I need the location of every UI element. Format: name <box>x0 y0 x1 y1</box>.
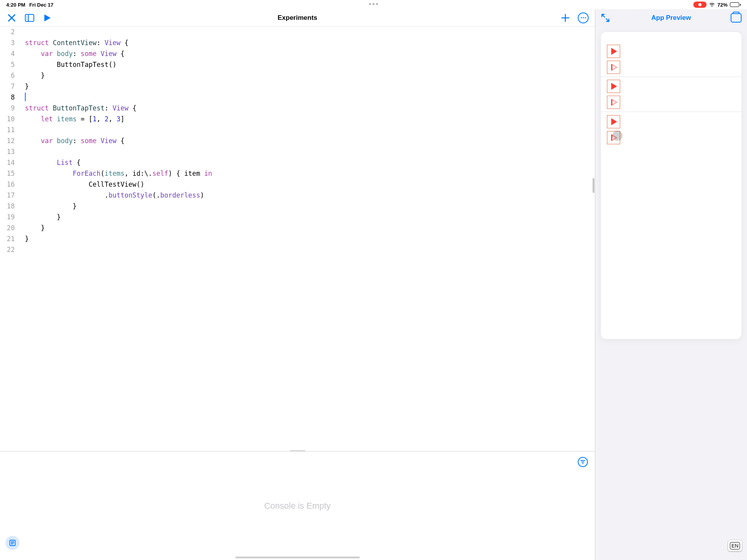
line-number: 15 <box>0 168 19 179</box>
preview-pane: App Preview EN <box>595 9 747 560</box>
code-line[interactable]: 15 ForEach(items, id:\.self) { item in <box>0 168 595 179</box>
code-line[interactable]: 9struct ButtonTapTest: View { <box>0 103 595 114</box>
code-line[interactable]: 6 } <box>0 70 595 81</box>
code-content[interactable]: } <box>19 81 29 92</box>
line-number: 20 <box>0 222 19 233</box>
svg-point-2 <box>26 16 27 17</box>
code-content[interactable]: var body: some View { <box>19 135 124 146</box>
code-content[interactable]: } <box>19 222 45 233</box>
line-number: 2 <box>0 26 19 37</box>
battery-icon <box>730 2 741 7</box>
play-outline-icon <box>611 64 617 71</box>
play-outline-button[interactable] <box>607 61 620 74</box>
play-outline-button[interactable] <box>607 96 620 109</box>
wifi-icon <box>709 2 715 7</box>
play-outline-icon <box>611 99 617 106</box>
line-number: 9 <box>0 103 19 114</box>
code-content[interactable]: .buttonStyle(.borderless) <box>19 190 204 201</box>
preview-title: App Preview <box>595 14 747 22</box>
documentation-button[interactable] <box>5 536 19 550</box>
code-line[interactable]: 21} <box>0 233 595 244</box>
code-content[interactable] <box>19 244 25 255</box>
code-line[interactable]: 14 List { <box>0 157 595 168</box>
multitask-handle-icon[interactable] <box>369 3 378 5</box>
line-number: 7 <box>0 81 19 92</box>
keyboard-language-label: EN <box>730 542 740 550</box>
code-line[interactable]: 3struct ContentView: View { <box>0 37 595 48</box>
code-content[interactable]: let items = [1, 2, 3] <box>19 114 124 124</box>
code-line[interactable]: 20 } <box>0 222 595 233</box>
status-time: 4:20 PM <box>6 2 25 8</box>
code-content[interactable]: struct ButtonTapTest: View { <box>19 103 137 114</box>
touch-indicator <box>612 131 622 141</box>
list-item[interactable] <box>601 77 742 112</box>
status-date: Fri Dec 17 <box>29 2 53 8</box>
list-item[interactable] <box>601 42 742 77</box>
add-button[interactable] <box>560 12 571 23</box>
svg-point-4 <box>26 19 27 20</box>
code-line[interactable]: 7} <box>0 81 595 92</box>
line-number: 22 <box>0 244 19 255</box>
code-content[interactable]: var body: some View { <box>19 48 124 59</box>
code-content[interactable] <box>19 124 25 135</box>
home-indicator[interactable] <box>235 556 360 558</box>
code-content[interactable]: List { <box>19 157 81 168</box>
code-content[interactable]: } <box>19 212 61 222</box>
run-button[interactable] <box>42 12 53 23</box>
play-filled-button[interactable] <box>607 115 620 128</box>
more-button[interactable] <box>578 12 589 23</box>
line-number: 8 <box>0 92 19 103</box>
svg-point-3 <box>26 18 27 18</box>
code-content[interactable]: } <box>19 233 29 244</box>
line-number: 10 <box>0 114 19 124</box>
code-line[interactable]: 11 <box>0 124 595 135</box>
list-item[interactable] <box>601 112 742 147</box>
code-line[interactable]: 18 } <box>0 201 595 212</box>
project-title: Experiments <box>0 14 595 22</box>
code-line[interactable]: 5 ButtonTapTest() <box>0 59 595 70</box>
line-number: 13 <box>0 146 19 157</box>
code-content[interactable]: } <box>19 70 45 81</box>
code-line[interactable]: 4 var body: some View { <box>0 48 595 59</box>
code-content[interactable]: ForEach(items, id:\.self) { item in <box>19 168 212 179</box>
code-line[interactable]: 2 <box>0 26 595 37</box>
code-line[interactable]: 19 } <box>0 212 595 222</box>
code-editor[interactable]: 23struct ContentView: View {4 var body: … <box>0 26 595 451</box>
screen-recording-indicator[interactable] <box>693 2 707 8</box>
code-line[interactable]: 10 let items = [1, 2, 3] <box>0 114 595 124</box>
scrollbar-thumb[interactable] <box>593 178 594 193</box>
editor-pane: Experiments 23struct ContentView: View {… <box>0 9 595 560</box>
code-content[interactable]: } <box>19 201 77 212</box>
code-line[interactable]: 22 <box>0 244 595 255</box>
console-panel: Console is Empty <box>0 451 595 560</box>
code-line[interactable]: 17 .buttonStyle(.borderless) <box>0 190 595 201</box>
code-content[interactable]: struct ContentView: View { <box>19 37 128 48</box>
preview-tabs-button[interactable] <box>731 13 742 23</box>
code-line[interactable]: 13 <box>0 146 595 157</box>
play-filled-icon <box>611 48 617 55</box>
code-content[interactable] <box>19 146 25 157</box>
sidebar-toggle-button[interactable] <box>24 12 35 23</box>
line-number: 5 <box>0 59 19 70</box>
code-line[interactable]: 8 <box>0 92 595 103</box>
keyboard-language-button[interactable]: EN <box>728 540 742 551</box>
code-line[interactable]: 16 CellTestView() <box>0 179 595 190</box>
line-number: 17 <box>0 190 19 201</box>
close-button[interactable] <box>6 12 17 23</box>
code-line[interactable]: 12 var body: some View { <box>0 135 595 146</box>
code-content[interactable]: ButtonTapTest() <box>19 59 116 70</box>
console-empty-label: Console is Empty <box>264 501 331 511</box>
play-filled-button[interactable] <box>607 45 620 58</box>
code-content[interactable]: CellTestView() <box>19 179 144 190</box>
editor-toolbar: Experiments <box>0 9 595 26</box>
play-filled-button[interactable] <box>607 80 620 93</box>
line-number: 3 <box>0 37 19 48</box>
line-number: 14 <box>0 157 19 168</box>
play-filled-icon <box>611 83 617 90</box>
text-cursor <box>25 93 26 101</box>
preview-canvas[interactable] <box>601 32 742 339</box>
code-content[interactable] <box>19 92 26 103</box>
battery-percent: 72% <box>717 2 728 8</box>
console-filter-button[interactable] <box>578 457 588 467</box>
code-content[interactable] <box>19 26 25 37</box>
